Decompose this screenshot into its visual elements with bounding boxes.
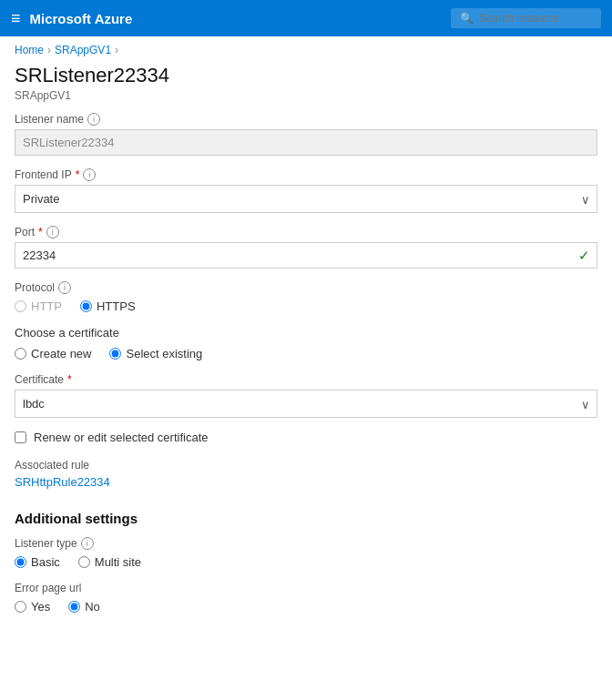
port-valid-icon: ✓	[578, 248, 590, 264]
port-wrapper: ✓	[15, 242, 597, 269]
port-input[interactable]	[15, 242, 597, 269]
page-title-area: SRListener22334 SRAppGV1	[0, 60, 612, 113]
listener-type-basic-option[interactable]: Basic	[15, 555, 60, 569]
associated-rule-label: Associated rule	[15, 459, 597, 472]
hamburger-icon[interactable]: ≡	[11, 10, 21, 26]
error-page-yes-option[interactable]: Yes	[15, 600, 50, 614]
listener-name-info-icon[interactable]: i	[87, 113, 100, 126]
app-title: Microsoft Azure	[30, 11, 442, 26]
listener-type-multisite-radio[interactable]	[78, 556, 90, 568]
renew-cert-label[interactable]: Renew or edit selected certificate	[34, 431, 208, 444]
top-navigation: ≡ Microsoft Azure 🔍	[0, 0, 612, 36]
protocol-https-option[interactable]: HTTPS	[80, 299, 136, 313]
listener-name-field: Listener name i	[15, 113, 597, 156]
cert-choice-label: Choose a certificate	[15, 326, 597, 340]
page-subtitle: SRAppGV1	[15, 89, 597, 102]
protocol-info-icon[interactable]: i	[58, 281, 71, 294]
protocol-field: Protocol i HTTP HTTPS	[15, 281, 597, 313]
renew-cert-checkbox-row: Renew or edit selected certificate	[15, 431, 597, 444]
additional-settings-title: Additional settings	[15, 511, 597, 526]
breadcrumb-home[interactable]: Home	[15, 44, 44, 56]
frontend-ip-select-wrapper: Private Public ∨	[15, 185, 597, 213]
listener-name-input[interactable]	[15, 129, 597, 156]
port-required: *	[38, 226, 43, 238]
error-page-no-radio[interactable]	[68, 601, 80, 613]
protocol-label: Protocol i	[15, 281, 597, 294]
error-page-radio-group: Yes No	[15, 600, 597, 614]
listener-type-multisite-option[interactable]: Multi site	[78, 555, 141, 569]
breadcrumb: Home › SRAppGV1 ›	[0, 36, 612, 60]
associated-rule-field: Associated rule SRHttpRule22334	[15, 459, 597, 489]
frontend-ip-select[interactable]: Private Public	[15, 185, 597, 213]
associated-rule-link[interactable]: SRHttpRule22334	[15, 475, 110, 489]
cert-create-new-option[interactable]: Create new	[15, 347, 91, 360]
certificate-required: *	[67, 373, 72, 386]
additional-settings-section: Additional settings Listener type i Basi…	[15, 503, 597, 614]
cert-select-existing-option[interactable]: Select existing	[109, 347, 202, 360]
cert-choice-field: Choose a certificate Create new Select e…	[15, 326, 597, 360]
search-icon: 🔍	[460, 12, 474, 25]
error-page-label: Error page url	[15, 582, 597, 594]
form-area: Listener name i Frontend IP * i Private …	[0, 113, 612, 614]
frontend-ip-required: *	[76, 168, 80, 181]
frontend-ip-label: Frontend IP * i	[15, 168, 597, 181]
certificate-field: Certificate * lbdc ∨	[15, 373, 597, 418]
frontend-ip-field: Frontend IP * i Private Public ∨	[15, 168, 597, 213]
breadcrumb-sep2: ›	[115, 44, 118, 56]
protocol-http-option[interactable]: HTTP	[15, 299, 62, 313]
protocol-https-radio[interactable]	[80, 300, 92, 312]
certificate-label: Certificate *	[15, 373, 597, 386]
search-input[interactable]	[479, 12, 592, 25]
search-box[interactable]: 🔍	[451, 8, 601, 28]
port-field: Port * i ✓	[15, 226, 597, 269]
breadcrumb-parent[interactable]: SRAppGV1	[55, 44, 111, 56]
listener-type-field: Listener type i Basic Multi site	[15, 537, 597, 569]
cert-select-existing-radio[interactable]	[109, 348, 121, 360]
error-page-no-option[interactable]: No	[68, 600, 100, 614]
listener-type-basic-radio[interactable]	[15, 556, 26, 568]
listener-type-radio-group: Basic Multi site	[15, 555, 597, 569]
renew-cert-checkbox[interactable]	[15, 431, 26, 443]
breadcrumb-sep1: ›	[47, 44, 51, 56]
frontend-ip-info-icon[interactable]: i	[83, 168, 96, 181]
error-page-yes-radio[interactable]	[15, 601, 26, 613]
cert-radio-group: Create new Select existing	[15, 347, 597, 360]
error-page-field: Error page url Yes No	[15, 582, 597, 614]
certificate-select[interactable]: lbdc	[15, 390, 597, 418]
protocol-http-radio[interactable]	[15, 300, 26, 312]
cert-create-new-radio[interactable]	[15, 348, 26, 360]
listener-name-label: Listener name i	[15, 113, 597, 126]
protocol-radio-group: HTTP HTTPS	[15, 299, 597, 313]
listener-type-info-icon[interactable]: i	[81, 537, 94, 550]
listener-type-label: Listener type i	[15, 537, 597, 550]
port-label: Port * i	[15, 226, 597, 238]
page-title: SRListener22334	[15, 64, 597, 87]
certificate-select-wrapper: lbdc ∨	[15, 390, 597, 418]
port-info-icon[interactable]: i	[46, 226, 59, 238]
